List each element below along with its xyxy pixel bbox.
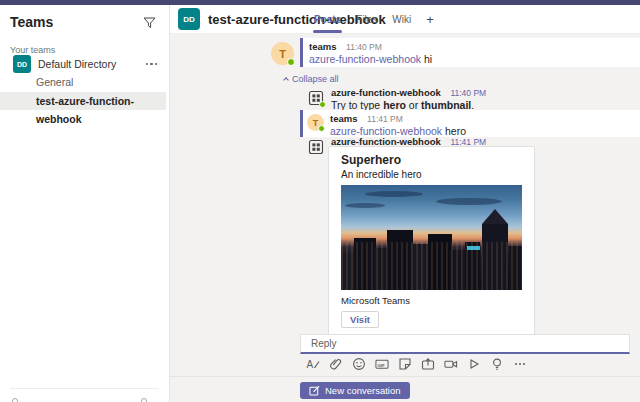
message-time: 11:40 PM [346,42,382,52]
collapse-all-label: Collapse all [292,74,339,84]
svg-text:GIF: GIF [377,363,385,368]
message-header: teams 11:40 PM [309,41,640,53]
message-author: azure-function-webhook [331,87,441,98]
team-name: Default Directory [38,58,116,70]
card-subtitle: An incredible hero [341,169,522,180]
svg-text:A: A [307,359,314,370]
compose-divider [170,376,640,377]
channel-header: DD test-azure-function-webhook Posts Fil… [170,5,640,34]
more-options-icon[interactable] [146,63,158,66]
share-icon[interactable] [421,357,435,371]
hero-card: Superhero An incredible hero Microsoft [328,146,535,336]
add-tab-button[interactable]: + [426,5,434,34]
compose-toolbar: A GIF [306,357,527,371]
message-time: 11:40 PM [450,88,486,98]
team-avatar: DD [13,55,31,73]
sidebar-divider [10,388,159,389]
avatar: T [307,114,324,131]
card-provider: Microsoft Teams [341,296,522,306]
message-bot-hint: azure-function-webhook 11:40 PM Try to t… [308,87,634,112]
new-conversation-button[interactable]: New conversation [300,382,410,399]
presence-available-icon [287,58,295,66]
bot-avatar-icon [308,90,324,106]
reply-compose [300,333,630,353]
teams-app: Teams Your teams DD Default Directory Ge… [0,0,640,402]
stream-icon[interactable] [467,357,481,371]
manage-teams-icon[interactable] [141,398,147,402]
gif-icon[interactable]: GIF [375,357,389,371]
sidebar-title: Teams [10,14,53,30]
message-content: teams 11:41 PM azure-function-webhook he… [330,110,466,137]
message-teams-hero: T teams 11:41 PM azure-function-webhook … [300,110,640,137]
message-teams-hi: teams 11:40 PM azure-function-webhook hi [300,38,640,67]
compose-icon [309,385,320,396]
chevron-up-icon [283,77,289,83]
lightbulb-icon[interactable] [490,357,504,371]
emoji-icon[interactable] [352,357,366,371]
format-icon[interactable]: A [306,357,320,371]
card-image-city-skyline-at-dusk [341,185,522,290]
bot-mention-link[interactable]: azure-function-webhook [309,53,421,65]
sidebar-item-general[interactable]: General [0,74,170,91]
filter-icon[interactable] [143,17,156,29]
message-body: hi [424,53,432,65]
channel-team-avatar: DD [178,8,200,30]
message-text: azure-function-webhook hi [309,53,640,66]
tab-files[interactable]: Files [356,5,377,34]
reply-input[interactable] [300,334,630,354]
teams-sidebar: Teams Your teams DD Default Directory Ge… [0,5,170,402]
sidebar-item-test-azure-function-webhook[interactable]: test-azure-function-webhook [0,92,166,110]
join-team-icon[interactable] [12,398,18,402]
avatar-initial: T [279,48,286,60]
sticker-icon[interactable] [398,357,412,371]
video-call-icon[interactable] [444,357,458,371]
more-icon[interactable] [513,357,527,371]
message-author: teams [309,41,336,52]
presence-available-icon [318,125,325,132]
attach-icon[interactable] [329,357,343,371]
bot-avatar-icon [308,139,324,155]
avatar: T [271,42,294,65]
message-time: 11:41 PM [367,114,403,124]
visit-button[interactable]: Visit [341,311,379,328]
presence-available-icon [319,101,326,108]
tab-wiki[interactable]: Wiki [392,5,411,34]
collapse-all-button[interactable]: Collapse all [284,74,339,84]
sidebar-item-default-directory[interactable]: DD Default Directory [0,54,170,74]
new-conversation-label: New conversation [325,385,401,396]
channel-tabs: Posts Files Wiki + [314,5,434,34]
message-author: teams [330,113,357,124]
message-content: azure-function-webhook 11:40 PM Try to t… [331,87,486,112]
tab-posts[interactable]: Posts [314,5,341,34]
channel-view: DD test-azure-function-webhook Posts Fil… [170,5,640,402]
card-title: Superhero [341,154,522,167]
